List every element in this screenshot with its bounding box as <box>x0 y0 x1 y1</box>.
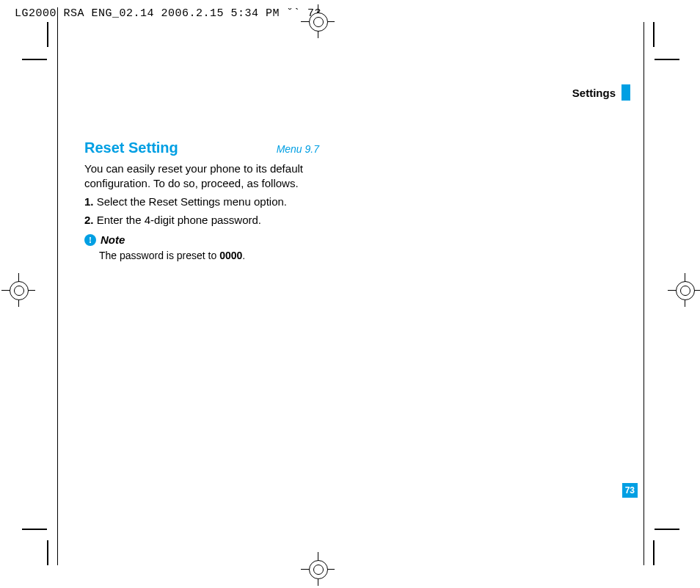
note-prefix: The password is preset to <box>99 250 219 261</box>
step-item: 1. Select the Reset Settings menu option… <box>84 195 287 208</box>
registration-mark-icon <box>307 558 329 580</box>
frame-line <box>644 22 644 565</box>
section-title: Reset Setting <box>84 139 178 156</box>
info-icon: ! <box>84 234 96 246</box>
note-suffix: . <box>242 250 245 261</box>
intro-paragraph: You can easily reset your phone to its d… <box>84 161 319 192</box>
crop-tick <box>22 529 47 530</box>
step-text: Select the Reset Settings menu option. <box>97 195 287 208</box>
page-number-badge: 73 <box>622 483 638 498</box>
registration-mark-icon <box>674 279 696 301</box>
crop-tick <box>655 59 679 60</box>
crop-tick <box>47 22 48 47</box>
step-text: Enter the 4-digit phone password. <box>97 214 261 226</box>
crop-tick <box>653 540 655 565</box>
note-value: 0000 <box>219 250 242 261</box>
crop-tick <box>653 22 655 47</box>
chapter-accent <box>621 84 630 101</box>
registration-mark-icon <box>7 279 29 301</box>
menu-reference: Menu 9.7 <box>277 143 319 155</box>
chapter-label: Settings <box>572 87 616 99</box>
crop-tick <box>655 529 679 530</box>
step-number: 1. <box>84 195 94 208</box>
frame-line <box>57 7 58 565</box>
note-body: The password is preset to 0000. <box>99 250 245 261</box>
crop-tick <box>47 540 48 565</box>
step-item: 2. Enter the 4-digit phone password. <box>84 214 261 226</box>
step-number: 2. <box>84 214 94 226</box>
section-heading-row: Reset Setting Menu 9.7 <box>84 139 319 156</box>
crop-tick <box>22 59 47 60</box>
registration-mark-icon <box>307 10 329 32</box>
note-label: Note <box>101 233 125 246</box>
note-heading: ! Note <box>84 233 125 246</box>
print-header: LG2000 RSA ENG_02.14 2006.2.15 5:34 PM ˘… <box>15 7 321 20</box>
chapter-header: Settings <box>572 84 630 101</box>
